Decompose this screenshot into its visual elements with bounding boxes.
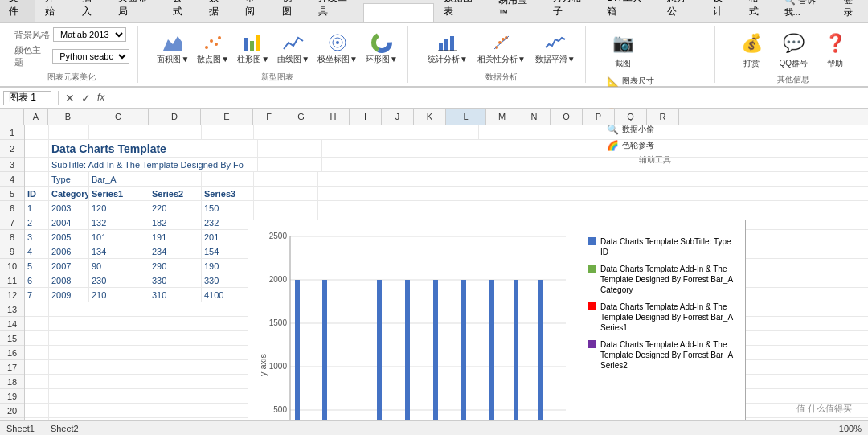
cell-empty[interactable] — [25, 404, 49, 417]
cell-empty[interactable] — [25, 317, 49, 330]
cell-a12[interactable]: 7 — [25, 288, 49, 302]
col-header-b[interactable]: B — [48, 109, 88, 125]
cell-empty2[interactable] — [49, 360, 258, 374]
cell-a5[interactable]: ID — [25, 187, 49, 200]
cell-e10[interactable]: 190 — [202, 259, 254, 273]
formula-input[interactable] — [108, 92, 865, 104]
theme-color-select[interactable]: Python seabc — [52, 49, 129, 64]
cell-a2[interactable] — [25, 140, 49, 157]
cell-rest2[interactable] — [258, 140, 322, 157]
cell-a11[interactable]: 6 — [25, 273, 49, 287]
row-header-20[interactable]: 20 — [0, 404, 24, 418]
cell-e6[interactable]: 150 — [202, 201, 254, 215]
tab-huiban[interactable]: 慧办公 — [658, 0, 702, 22]
row-header-17[interactable]: 17 — [0, 360, 24, 375]
tab-diy[interactable]: DIY工具箱 — [598, 0, 657, 22]
col-header-e[interactable]: E — [201, 109, 253, 125]
cell-c9[interactable]: 134 — [89, 244, 149, 258]
cell-d5[interactable]: Series2 — [149, 187, 202, 200]
row-header-9[interactable]: 9 — [0, 244, 24, 259]
cell-a6[interactable]: 1 — [25, 201, 49, 215]
cell-a1[interactable] — [25, 125, 49, 139]
cell-b1[interactable] — [49, 125, 89, 139]
col-header-h[interactable]: H — [317, 109, 350, 125]
cell-e4[interactable] — [202, 172, 254, 186]
row-header-11[interactable]: 11 — [0, 273, 24, 288]
confirm-formula-icon[interactable]: ✓ — [81, 92, 91, 105]
cell-b4[interactable]: Type — [49, 172, 89, 186]
cell-c6[interactable]: 120 — [89, 201, 149, 215]
area-chart-button[interactable]: 面积图▼ — [154, 30, 192, 67]
polar-chart-button[interactable]: 极坐标图▼ — [314, 30, 361, 67]
cell-e9[interactable]: 154 — [202, 244, 254, 258]
sheet-tab-2[interactable]: Sheet2 — [51, 424, 79, 433]
cell-rest4[interactable] — [254, 172, 318, 186]
stat-analysis-button[interactable]: 统计分析▼ — [424, 30, 471, 67]
cell-d6[interactable]: 220 — [149, 201, 202, 215]
cell-d12[interactable]: 310 — [149, 288, 202, 302]
cell-empty[interactable] — [25, 331, 49, 345]
cell-d8[interactable]: 191 — [149, 230, 202, 244]
tab-review[interactable]: 审阅 — [236, 0, 272, 22]
row-header-15[interactable]: 15 — [0, 331, 24, 346]
corr-analysis-button[interactable]: 相关性分析▼ — [474, 30, 529, 67]
col-header-g[interactable]: G — [285, 109, 317, 125]
cell-c4[interactable]: Bar_A — [89, 172, 149, 186]
cell-d11[interactable]: 330 — [149, 273, 202, 287]
tab-formula[interactable]: 公式 — [164, 0, 199, 22]
col-header-f[interactable]: F — [253, 109, 285, 125]
smooth-button[interactable]: 数据平滑▼ — [532, 30, 579, 67]
cell-b11[interactable]: 2008 — [49, 273, 89, 287]
row-header-13[interactable]: 13 — [0, 302, 24, 317]
row-header-21[interactable]: 21 — [0, 418, 24, 420]
col-header-p[interactable]: P — [583, 109, 615, 125]
col-header-r[interactable]: R — [647, 109, 679, 125]
cell-d10[interactable]: 290 — [149, 259, 202, 273]
cell-empty[interactable] — [25, 360, 49, 374]
tab-page-layout[interactable]: 页面布局 — [109, 0, 163, 22]
row-header-2[interactable]: 2 — [0, 140, 24, 158]
row-header-7[interactable]: 7 — [0, 215, 24, 230]
help-button[interactable]: ❓ 帮助 — [816, 26, 854, 72]
ring-chart-button[interactable]: 环形图▼ — [362, 30, 401, 67]
cell-b7[interactable]: 2004 — [49, 215, 89, 229]
cell-empty[interactable] — [25, 302, 49, 316]
row-header-12[interactable]: 12 — [0, 288, 24, 302]
col-header-d[interactable]: D — [149, 109, 201, 125]
tab-yiyong[interactable]: 易用宝™ — [489, 0, 543, 22]
cell-empty2[interactable] — [49, 389, 258, 403]
theme-bg-select[interactable]: Matlab 2013 — [53, 27, 126, 42]
col-header-k[interactable]: K — [414, 109, 446, 125]
tab-easycharts[interactable]: EasyCharts — [363, 3, 434, 22]
cell-c7[interactable]: 132 — [89, 215, 149, 229]
row-header-1[interactable]: 1 — [0, 125, 24, 140]
cell-c10[interactable]: 90 — [89, 259, 149, 273]
cell-d4[interactable] — [149, 172, 202, 186]
cell-empty[interactable] — [25, 346, 49, 359]
cell-d9[interactable]: 234 — [149, 244, 202, 258]
qq-button[interactable]: 💬 QQ群号 — [774, 26, 813, 72]
cell-a4[interactable] — [25, 172, 49, 186]
cell-e1[interactable] — [202, 125, 254, 139]
col-header-l[interactable]: L — [446, 109, 486, 125]
cell-empty2[interactable] — [49, 375, 258, 388]
col-header-a[interactable]: A — [24, 109, 48, 125]
cell-b8[interactable]: 2005 — [49, 230, 89, 244]
tab-design[interactable]: 设计 — [704, 0, 739, 22]
tab-data[interactable]: 数据 — [200, 0, 235, 22]
tab-developer[interactable]: 开发工具 — [309, 0, 363, 22]
cell-empty2[interactable] — [49, 302, 258, 316]
tab-insert[interactable]: 插入 — [73, 0, 108, 22]
cell-empty2[interactable] — [49, 418, 258, 420]
col-header-q[interactable]: Q — [615, 109, 647, 125]
cell-empty[interactable] — [25, 375, 49, 388]
tab-datacharts[interactable]: 数据图表 — [435, 0, 489, 22]
cell-c5[interactable]: Series1 — [89, 187, 149, 200]
cell-e5[interactable]: Series3 — [202, 187, 254, 200]
cell-b10[interactable]: 2007 — [49, 259, 89, 273]
cell-b3[interactable]: SubTitle: Add-In & The Template Designed… — [49, 158, 258, 171]
cell-d1[interactable] — [149, 125, 202, 139]
cell-empty2[interactable] — [49, 331, 258, 345]
row-header-16[interactable]: 16 — [0, 346, 24, 360]
cell-e7[interactable]: 232 — [202, 215, 254, 229]
